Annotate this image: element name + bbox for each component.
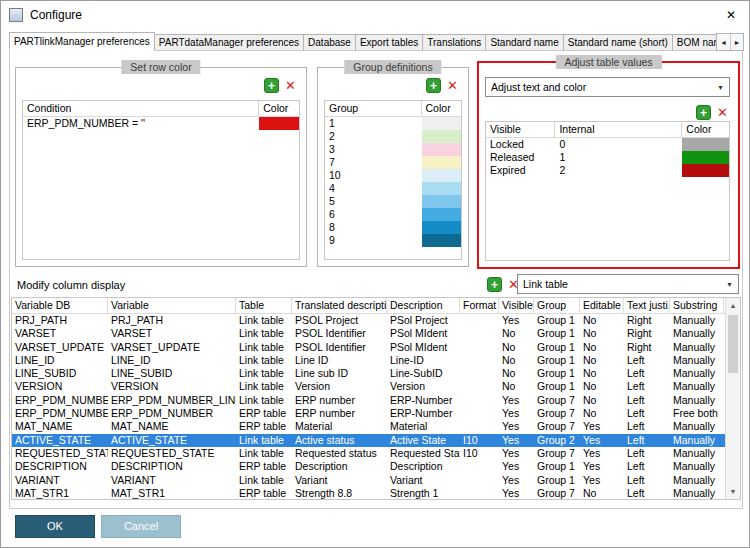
column-header[interactable]: Substring	[670, 298, 724, 313]
table-row[interactable]: DESCRIPTION DESCRIPTION ERP table Descri…	[12, 460, 740, 473]
cell-variable-db: MAT_NAME	[12, 420, 108, 433]
color-swatch[interactable]	[682, 151, 729, 164]
table-row[interactable]: PRJ_PATH PRJ_PATH Link table PSOL Projec…	[12, 314, 740, 327]
table-select-dropdown[interactable]: Link table ▾	[517, 274, 739, 294]
column-header[interactable]: Format	[460, 298, 499, 313]
tab[interactable]: Standard name	[485, 34, 563, 51]
cell-table: ERP table	[236, 420, 292, 433]
color-swatch[interactable]	[682, 138, 729, 151]
column-header[interactable]: Color	[422, 101, 461, 116]
table-row[interactable]: LINE_SUBID LINE_SUBID Link table Line su…	[12, 367, 740, 380]
table-row[interactable]: LINE_ID LINE_ID Link table Line ID Line-…	[12, 354, 740, 367]
vertical-scrollbar[interactable]: ▲ ▼	[725, 298, 740, 499]
cell-variable: PRJ_PATH	[108, 314, 236, 327]
column-header[interactable]: Visible	[486, 122, 555, 137]
tab[interactable]: BOM name	[672, 34, 721, 51]
table-row[interactable]: ERP_PDM_NUMBER ERP_PDM_NUMBER_LINKTABLE …	[12, 394, 740, 407]
column-header[interactable]: Translated description	[292, 298, 387, 313]
column-header[interactable]: Variable DB	[12, 298, 108, 313]
color-swatch[interactable]	[422, 182, 461, 195]
color-swatch[interactable]	[422, 117, 461, 130]
color-swatch[interactable]	[422, 169, 461, 182]
cell-substring: Manually	[670, 460, 724, 473]
table-row[interactable]: VERSION VERSION Link table Version Versi…	[12, 380, 740, 393]
table-row[interactable]: VARSET_UPDATE VARSET_UPDATE Link table P…	[12, 341, 740, 354]
group-row[interactable]: 2	[325, 130, 461, 143]
column-header[interactable]: Group	[534, 298, 580, 313]
color-swatch[interactable]	[422, 156, 461, 169]
cell-table: ERP table	[236, 407, 292, 420]
tab[interactable]: Export tables	[355, 34, 423, 51]
delete-group-icon[interactable]: ✕	[445, 78, 460, 93]
add-column-icon[interactable]: +	[487, 277, 502, 292]
column-header[interactable]: Condition	[23, 101, 259, 116]
scroll-thumb[interactable]	[728, 315, 738, 373]
table-row[interactable]: ACTIVE_STATE ACTIVE_STATE Link table Act…	[12, 434, 740, 447]
column-header[interactable]: Group	[325, 101, 422, 116]
table-row[interactable]: MAT_STR1 MAT_STR1 ERP table Strength 8.8…	[12, 487, 740, 500]
color-swatch[interactable]	[422, 208, 461, 221]
cell-variable: VARIANT	[108, 474, 236, 487]
tab[interactable]: PARTlinkManager preferences	[9, 32, 155, 51]
cell-variable: LINE_ID	[108, 354, 236, 367]
tab-scroll-left-icon[interactable]: ◄	[717, 34, 730, 50]
column-header[interactable]: Color	[682, 122, 729, 137]
column-header[interactable]: Internal	[555, 122, 682, 137]
scroll-up-icon[interactable]: ▲	[726, 298, 740, 313]
tab-scroll-right-icon[interactable]: ►	[730, 34, 743, 50]
adjust-mode-dropdown[interactable]: Adjust text and color ▾	[485, 77, 730, 97]
value-row[interactable]: Expired 2	[486, 164, 729, 177]
value-row[interactable]: Locked 0	[486, 138, 729, 151]
chevron-down-icon[interactable]: ▾	[721, 275, 738, 293]
column-header[interactable]: Text justi...	[624, 298, 670, 313]
tab[interactable]: Database	[303, 34, 356, 51]
group-row[interactable]: 10	[325, 169, 461, 182]
set-row-color-group: Set row color + ✕ Condition Color ERP_PD…	[15, 67, 307, 267]
column-header[interactable]: Variable	[108, 298, 236, 313]
color-swatch[interactable]	[422, 143, 461, 156]
table-row[interactable]: REQUESTED_STATE REQUESTED_STATE Link tab…	[12, 447, 740, 460]
condition-row[interactable]: ERP_PDM_NUMBER = ''	[23, 117, 299, 130]
color-swatch[interactable]	[422, 195, 461, 208]
add-value-icon[interactable]: +	[696, 105, 711, 120]
cell-editable: Yes	[580, 460, 624, 473]
close-icon[interactable]: ✕	[722, 6, 740, 24]
group-row[interactable]: 8	[325, 221, 461, 234]
color-swatch[interactable]	[422, 221, 461, 234]
add-condition-icon[interactable]: +	[264, 78, 279, 93]
group-row[interactable]: 9	[325, 234, 461, 247]
table-row[interactable]: VARIANT VARIANT Link table Variant Varia…	[12, 474, 740, 487]
color-swatch[interactable]	[422, 234, 461, 247]
value-row[interactable]: Released 1	[486, 151, 729, 164]
delete-condition-icon[interactable]: ✕	[283, 78, 298, 93]
table-row[interactable]: MAT_NAME MAT_NAME ERP table Material Mat…	[12, 420, 740, 433]
column-header[interactable]: Visible	[499, 298, 534, 313]
delete-value-icon[interactable]: ✕	[715, 105, 730, 120]
scroll-down-icon[interactable]: ▼	[726, 484, 740, 499]
cell-description: Requested State	[387, 447, 460, 460]
group-row[interactable]: 7	[325, 156, 461, 169]
chevron-down-icon[interactable]: ▾	[712, 78, 729, 96]
color-swatch[interactable]	[682, 164, 729, 177]
color-swatch[interactable]	[422, 130, 461, 143]
column-header[interactable]: Description	[387, 298, 460, 313]
cell-variable: ACTIVE_STATE	[108, 434, 236, 447]
column-header[interactable]: Table	[236, 298, 292, 313]
cancel-button[interactable]: Cancel	[101, 515, 181, 538]
table-row[interactable]: VARSET VARSET Link table PSOL Identifier…	[12, 327, 740, 340]
add-group-icon[interactable]: +	[426, 78, 441, 93]
group-row[interactable]: 6	[325, 208, 461, 221]
group-row[interactable]: 3	[325, 143, 461, 156]
tab[interactable]: Translations	[422, 34, 486, 51]
cell-editable: Yes	[580, 420, 624, 433]
ok-button[interactable]: OK	[15, 515, 95, 538]
group-row[interactable]: 1	[325, 117, 461, 130]
table-row[interactable]: ERP_PDM_NUMBER ERP_PDM_NUMBER ERP table …	[12, 407, 740, 420]
group-row[interactable]: 5	[325, 195, 461, 208]
tab[interactable]: PARTdataManager preferences	[154, 34, 304, 51]
tab[interactable]: Standard name (short)	[563, 34, 673, 51]
group-row[interactable]: 4	[325, 182, 461, 195]
column-header[interactable]: Editable	[580, 298, 624, 313]
column-header[interactable]: Color	[259, 101, 299, 116]
color-swatch[interactable]	[259, 117, 299, 130]
